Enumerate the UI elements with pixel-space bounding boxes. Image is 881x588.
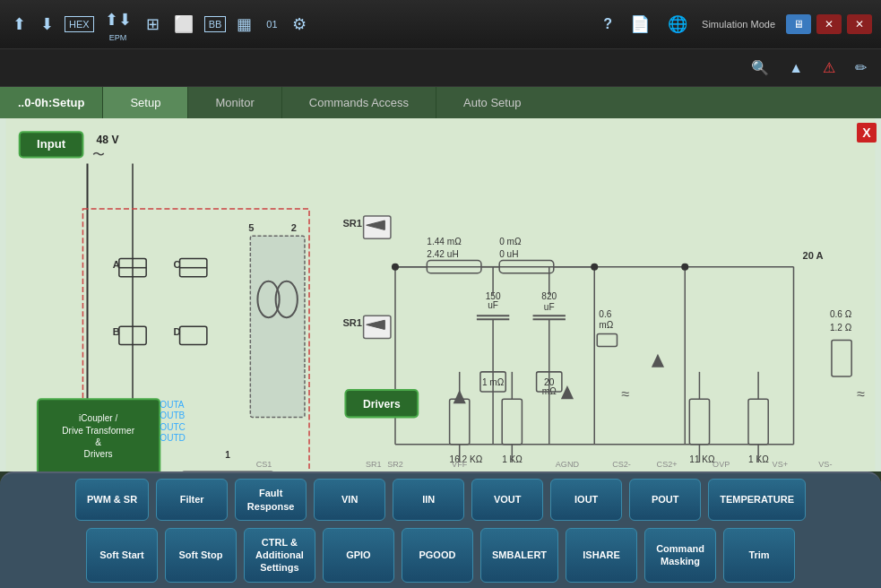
nav-tabs: ..0-0h: Setup Setup Monitor Commands Acc… — [0, 87, 881, 118]
screen-icon-group[interactable]: ⬜ — [170, 11, 197, 38]
svg-text:&: & — [95, 437, 101, 447]
filter-btn[interactable]: Filter — [156, 479, 228, 521]
svg-text:0 mΩ: 0 mΩ — [499, 237, 522, 246]
svg-text:1: 1 — [225, 450, 230, 460]
svg-text:〜: 〜 — [92, 147, 105, 161]
alert-icon[interactable]: ⚠ — [817, 56, 841, 79]
table-icon[interactable]: ▦ — [233, 11, 255, 38]
gpio-btn[interactable]: GPIO — [323, 528, 394, 583]
svg-text:mΩ: mΩ — [599, 320, 613, 330]
svg-point-119 — [681, 264, 688, 271]
iout-btn[interactable]: IOUT — [550, 479, 622, 521]
gear-icon-group[interactable]: ⚙ — [289, 11, 310, 38]
svg-text:0.6: 0.6 — [599, 309, 611, 319]
svg-text:Drivers: Drivers — [363, 398, 401, 411]
soft-stop-btn[interactable]: Soft Stop — [165, 528, 237, 583]
sim-red-icon1[interactable]: ✕ — [816, 14, 842, 34]
svg-text:SR1: SR1 — [342, 317, 362, 328]
svg-text:uF: uF — [488, 300, 498, 310]
trim-btn[interactable]: Trim — [723, 528, 795, 583]
tab-setup[interactable]: Setup — [102, 87, 187, 118]
svg-text:OUTC: OUTC — [160, 422, 186, 432]
svg-text:AGND: AGND — [556, 460, 580, 469]
smbalert-btn[interactable]: SMBALERT — [480, 528, 558, 583]
svg-text:CS2+: CS2+ — [657, 460, 678, 469]
svg-text:1.44 mΩ: 1.44 mΩ — [427, 237, 462, 246]
button-row-1: PWM & SR Filter Fault Response VIN IIN V… — [13, 479, 868, 521]
sim-mode-label: Simulation Mode — [702, 19, 775, 30]
close-button[interactable]: X — [857, 123, 877, 143]
bottom-panel: PWM & SR Filter Fault Response VIN IIN V… — [0, 471, 881, 588]
breadcrumb-active: Setup — [52, 96, 84, 109]
breadcrumb-prefix: ..0-0h: — [18, 96, 52, 109]
upload-icon[interactable]: ⬆ — [9, 11, 30, 38]
monitor-sim-icon[interactable]: 🖥 — [786, 14, 811, 34]
svg-text:SR2: SR2 — [387, 460, 403, 469]
tab-commands-access[interactable]: Commands Access — [281, 87, 436, 118]
svg-text:2.42 uH: 2.42 uH — [427, 249, 458, 259]
svg-text:VS+: VS+ — [773, 460, 788, 469]
svg-text:48 V: 48 V — [97, 134, 119, 146]
svg-text:SR1: SR1 — [342, 218, 362, 229]
temperature-btn[interactable]: TEMPERATURE — [708, 479, 806, 521]
iin-btn[interactable]: IIN — [393, 479, 464, 521]
bb-icon[interactable]: BB — [204, 16, 227, 32]
svg-text:uF: uF — [544, 302, 555, 312]
hex-icon-group[interactable]: HEX — [65, 16, 94, 32]
upload-icon-group[interactable]: ⬆ — [9, 11, 30, 38]
binary-icon[interactable]: 01 — [263, 15, 281, 33]
bb-icon-group[interactable]: BB — [204, 16, 227, 32]
svg-text:VFF: VFF — [452, 460, 468, 469]
circuit-svg: Input 48 V 〜 A C B D — [0, 118, 881, 471]
ishare-btn[interactable]: ISHARE — [566, 528, 637, 583]
svg-point-118 — [591, 264, 598, 271]
svg-text:Input: Input — [37, 137, 66, 151]
svg-point-117 — [392, 264, 399, 271]
toolbar-right: ? 📄 🌐 Simulation Mode 🖥 ✕ ✕ — [600, 11, 872, 38]
breadcrumb: ..0-0h: Setup — [0, 87, 102, 118]
doc-icon[interactable]: 📄 — [626, 11, 653, 38]
vin-btn[interactable]: VIN — [314, 479, 385, 521]
binary-icon-group[interactable]: 01 — [263, 15, 281, 33]
pout-btn[interactable]: POUT — [629, 479, 701, 521]
pgood-btn[interactable]: PGOOD — [402, 528, 473, 583]
svg-text:2: 2 — [291, 222, 297, 233]
tree-icon[interactable]: ⊞ — [143, 11, 163, 38]
svg-text:0 uH: 0 uH — [499, 249, 518, 259]
tab-monitor[interactable]: Monitor — [187, 87, 281, 118]
download-icon[interactable]: ⬇ — [37, 11, 57, 38]
epm-label: EPM — [109, 33, 127, 42]
download-icon-group[interactable]: ⬇ — [37, 11, 57, 38]
ctrl-btn[interactable]: CTRL & Additional Settings — [244, 528, 315, 583]
epm-icon-group[interactable]: ⬆⬇ EPM — [101, 6, 135, 42]
svg-text:≈: ≈ — [622, 385, 630, 402]
epm-icon[interactable]: ⬆⬇ — [101, 6, 135, 33]
gear-icon[interactable]: ⚙ — [289, 11, 310, 38]
search-icon[interactable]: 🔍 — [746, 56, 774, 79]
vout-btn[interactable]: VOUT — [471, 479, 543, 521]
soft-start-btn[interactable]: Soft Start — [86, 528, 158, 583]
mountain-icon[interactable]: ▲ — [783, 57, 808, 79]
sim-icons: 🖥 ✕ ✕ — [786, 14, 872, 34]
table-icon-group[interactable]: ▦ — [233, 11, 255, 38]
svg-text:OUTD: OUTD — [160, 433, 186, 443]
hex-icon[interactable]: HEX — [65, 16, 94, 32]
tab-auto-setup[interactable]: Auto Setup — [436, 87, 548, 118]
pwm-sr-btn[interactable]: PWM & SR — [75, 479, 149, 521]
toolbar-left-icons: ⬆ ⬇ HEX ⬆⬇ EPM ⊞ ⬜ BB ▦ 01 ⚙ — [9, 6, 600, 42]
svg-text:OVP: OVP — [713, 460, 730, 469]
svg-text:CS1: CS1 — [256, 460, 272, 469]
help-icon[interactable]: ? — [600, 13, 616, 36]
fault-response-btn[interactable]: Fault Response — [235, 479, 307, 521]
svg-text:Drive Transformer: Drive Transformer — [62, 426, 134, 436]
pen-icon[interactable]: ✏ — [850, 56, 872, 79]
svg-text:CS2-: CS2- — [612, 460, 631, 469]
svg-text:Drivers: Drivers — [84, 449, 113, 459]
screen-icon[interactable]: ⬜ — [170, 11, 197, 38]
sim-red-icon2[interactable]: ✕ — [847, 14, 872, 34]
tree-icon-group[interactable]: ⊞ — [143, 11, 163, 38]
svg-text:OUTA: OUTA — [160, 400, 185, 410]
svg-rect-86 — [38, 399, 160, 471]
command-masking-btn[interactable]: Command Masking — [644, 528, 716, 583]
globe-icon[interactable]: 🌐 — [664, 11, 691, 38]
